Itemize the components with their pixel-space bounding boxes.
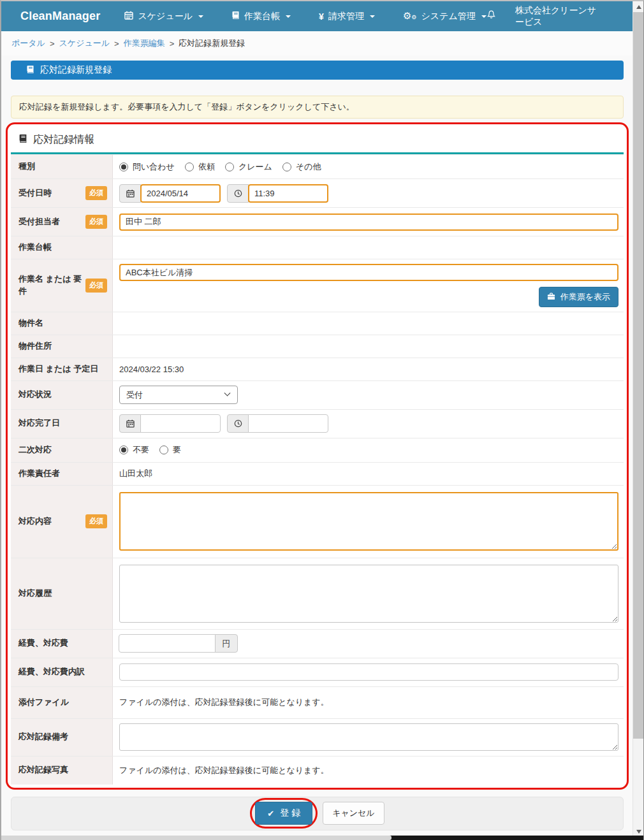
row-property-name: 物件名 xyxy=(11,312,624,335)
field-label: 対応内容 xyxy=(18,516,52,528)
work-name-input[interactable] xyxy=(119,264,618,281)
breadcrumb: ポータル > スケジュール > 作業票編集 > 応対記録新規登録 xyxy=(1,31,633,55)
nav-item-schedule[interactable]: スケジュール xyxy=(124,11,203,22)
field-label: 作業名 または 要件 xyxy=(18,273,83,298)
row-work-date: 作業日 または 予定日 2024/03/22 15:30 xyxy=(11,358,624,380)
expense-detail-input[interactable] xyxy=(119,663,618,681)
bell-icon[interactable] xyxy=(487,10,496,22)
radio-request[interactable]: 依頼 xyxy=(185,161,215,173)
page-title: 応対記録新規登録 xyxy=(40,64,112,76)
breadcrumb-link-portal[interactable]: ポータル xyxy=(11,38,45,49)
scroll-down-icon xyxy=(636,830,641,834)
navbar: CleanManager スケジュール 作業台帳 ¥ xyxy=(1,1,633,31)
nav-item-label: 請求管理 xyxy=(328,11,364,22)
completed-date-input[interactable] xyxy=(140,414,221,433)
cancel-button[interactable]: キャンセル xyxy=(323,802,384,825)
row-record-photo: 応対記録写真 ファイルの添付は、応対記録登録後に可能となります。 xyxy=(11,756,624,785)
radio-other[interactable]: その他 xyxy=(282,161,321,173)
field-label: 二次対応 xyxy=(18,444,52,456)
record-note-textarea[interactable] xyxy=(119,723,618,751)
radio-icon xyxy=(282,163,291,171)
radio-not-required[interactable]: 不要 xyxy=(119,444,149,456)
radio-icon xyxy=(119,445,128,454)
response-content-textarea[interactable] xyxy=(119,492,618,551)
required-badge: 必須 xyxy=(85,186,107,200)
field-label: 対応完了日 xyxy=(18,417,60,430)
status-select[interactable]: 受付 xyxy=(119,386,238,404)
radio-label: 要 xyxy=(173,444,181,456)
required-badge: 必須 xyxy=(85,279,107,293)
row-work-manager: 作業責任者 山田太郎 xyxy=(11,462,624,485)
radio-inquiry[interactable]: 問い合わせ xyxy=(119,161,175,173)
row-expense-detail: 経費、対応費内訳 xyxy=(11,658,624,686)
field-label: 応対記録備考 xyxy=(18,731,68,743)
breadcrumb-link-schedule[interactable]: スケジュール xyxy=(59,38,110,49)
row-secondary-response: 二次対応 不要 要 xyxy=(11,438,624,462)
row-expense: 経費、対応費 円 xyxy=(11,629,624,658)
radio-icon xyxy=(119,163,128,171)
field-label: 作業責任者 xyxy=(18,468,60,480)
scrollbar-thumb[interactable] xyxy=(633,12,644,739)
chevron-down-icon xyxy=(481,15,487,18)
work-date-value: 2024/03/22 15:30 xyxy=(119,365,184,374)
response-record-panel: 応対記録情報 種別 問い合わせ 依頼 クレーム その他 受付日時必須 xyxy=(6,122,629,790)
row-status: 対応状況 受付 xyxy=(11,380,624,409)
company-name: 株式会社クリーンサービス xyxy=(515,5,603,28)
breadcrumb-separator: > xyxy=(50,39,55,48)
row-receptionist: 受付担当者必須 xyxy=(11,207,624,236)
nav-item-system[interactable]: ⚙⚙ システム管理 xyxy=(403,11,487,22)
book-icon xyxy=(26,65,34,76)
scroll-up-button[interactable] xyxy=(633,1,644,12)
field-label: 物件名 xyxy=(18,317,43,329)
gears-icon: ⚙⚙ xyxy=(403,11,417,21)
row-property-address: 物件住所 xyxy=(11,335,624,358)
show-worksheet-button[interactable]: 作業票を表示 xyxy=(539,287,618,307)
field-label: 応対記録写真 xyxy=(18,764,68,776)
field-label: 添付ファイル xyxy=(18,697,69,709)
completed-time-input[interactable] xyxy=(248,414,328,433)
status-selected-value: 受付 xyxy=(126,389,143,401)
briefcase-icon xyxy=(547,293,555,302)
nav-item-billing[interactable]: ¥ 請求管理 xyxy=(319,11,375,22)
calendar-icon xyxy=(119,184,141,203)
book-icon xyxy=(18,134,27,146)
radio-label: 依頼 xyxy=(198,161,215,173)
field-label: 対応履歴 xyxy=(18,588,52,600)
book-icon xyxy=(231,11,240,22)
receptionist-input[interactable] xyxy=(119,214,618,231)
yen-icon: ¥ xyxy=(319,11,324,22)
submit-button[interactable]: ✔ 登 録 xyxy=(255,802,312,825)
required-badge: 必須 xyxy=(85,215,107,229)
check-icon: ✔ xyxy=(267,809,274,818)
breadcrumb-separator: > xyxy=(170,39,175,48)
received-date-input[interactable] xyxy=(140,184,221,203)
radio-claim[interactable]: クレーム xyxy=(225,161,272,173)
scroll-up-icon xyxy=(636,5,641,9)
vertical-scrollbar[interactable] xyxy=(633,1,643,837)
radio-label: その他 xyxy=(296,161,321,173)
page-heading-bar: 応対記録新規登録 xyxy=(11,61,624,80)
nav-item-work-ledger[interactable]: 作業台帳 xyxy=(231,11,291,22)
expense-input[interactable] xyxy=(119,634,216,653)
nav-item-label: システム管理 xyxy=(421,11,475,22)
response-history-textarea[interactable] xyxy=(119,565,618,623)
chevron-down-icon xyxy=(198,15,203,18)
row-response-history: 対応履歴 xyxy=(11,558,624,629)
row-work-name: 作業名 または 要件必須 作業票を表示 xyxy=(11,259,624,312)
app-brand[interactable]: CleanManager xyxy=(20,10,100,23)
horizontal-scrollbar-thumb[interactable] xyxy=(1,836,392,840)
submit-label: 登 録 xyxy=(280,807,300,819)
chevron-down-icon xyxy=(286,15,291,18)
row-response-content: 対応内容必須 xyxy=(11,485,624,558)
calendar-icon xyxy=(119,414,141,433)
radio-label: クレーム xyxy=(238,161,272,173)
field-label: 対応状況 xyxy=(18,389,52,401)
breadcrumb-link-worksheet-edit[interactable]: 作業票編集 xyxy=(124,38,165,49)
radio-required[interactable]: 要 xyxy=(159,444,181,456)
browser-window: CleanManager スケジュール 作業台帳 ¥ xyxy=(0,0,644,840)
field-label: 経費、対応費内訳 xyxy=(18,666,85,678)
row-work-ledger: 作業台帳 xyxy=(11,236,624,259)
received-time-input[interactable] xyxy=(248,184,328,203)
nav-item-label: 作業台帳 xyxy=(244,11,280,22)
annotation-circle: ✔ 登 録 xyxy=(250,798,318,829)
